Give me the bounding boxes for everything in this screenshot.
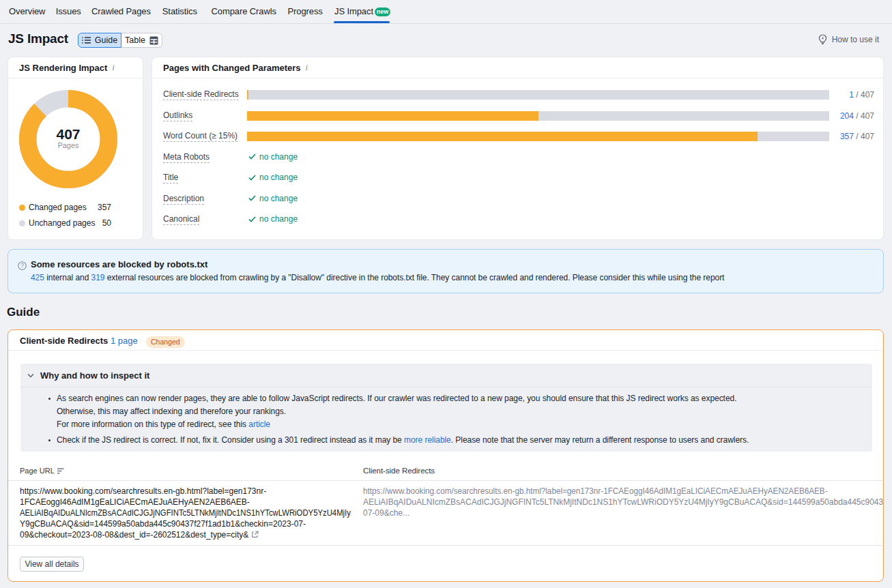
svg-text:?: ? bbox=[20, 262, 24, 269]
